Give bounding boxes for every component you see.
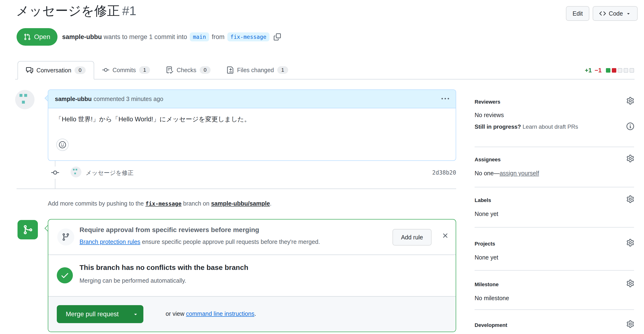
header-actions: Edit Code — [566, 6, 638, 21]
cli-instructions-text: or view command line instructions. — [166, 310, 256, 317]
draft-question: Still in progress? — [474, 124, 523, 130]
copy-branch-button[interactable] — [274, 33, 281, 40]
pr-meta-row: Open sample-ubbu wants to merge 1 commit… — [16, 28, 281, 46]
command-line-instructions-link[interactable]: command line instructions — [186, 310, 254, 317]
pr-title-text: メッセージを修正 — [16, 4, 120, 18]
reviewers-gear-button[interactable] — [626, 97, 634, 104]
commit-avatar[interactable] — [70, 166, 82, 178]
status-badge: Open — [16, 28, 58, 46]
branch-protection-rules-link[interactable]: Branch protection rules — [80, 238, 140, 245]
gear-icon — [626, 320, 634, 328]
mergeability-title: This branch has no conflicts with the ba… — [80, 264, 248, 272]
pr-author[interactable]: sample-ubbu — [62, 33, 102, 41]
projects-empty: None yet — [474, 254, 498, 261]
tab-label: Files changed — [237, 67, 274, 74]
diffstat-block-addition — [606, 68, 610, 72]
tab-checks[interactable]: Checks 0 — [158, 61, 218, 79]
code-button-label: Code — [609, 10, 623, 17]
tab-files-changed[interactable]: Files changed 1 — [218, 61, 296, 79]
dismiss-protection-button[interactable] — [442, 232, 449, 240]
commit-message-link[interactable]: メッセージを修正 — [86, 169, 134, 177]
labels-title: Labels — [474, 197, 491, 204]
comment-meta: commented 3 minutes ago — [94, 96, 164, 102]
merge-pull-request-button[interactable]: Merge pull request — [57, 305, 128, 323]
gear-icon — [626, 97, 634, 104]
git-commit-icon — [51, 169, 59, 177]
push-note-prefix: Add more commits by pushing to the — [48, 200, 146, 207]
tab-commits[interactable]: Commits 1 — [94, 61, 158, 79]
commit-sha-link[interactable]: 2d38b20 — [432, 169, 456, 176]
projects-gear-button[interactable] — [626, 239, 634, 246]
comment-text: 「Hello 世界!」から「Hello World!」にメッセージを変更しました… — [55, 115, 448, 124]
cli-or-view: or view — [166, 310, 186, 317]
comment-author[interactable]: sample-ubbu — [55, 96, 92, 102]
labels-gear-button[interactable] — [626, 196, 634, 203]
branch-icon-circle — [57, 228, 74, 246]
protection-description-text: ensure specific people approve pull requ… — [140, 238, 320, 245]
commit-timeline-marker — [50, 166, 60, 179]
assign-yourself-link[interactable]: assign yourself — [500, 170, 539, 176]
branch-protection-row: Require approval from specific reviewers… — [48, 220, 456, 255]
base-branch-label[interactable]: main — [190, 32, 209, 42]
draft-pr-row: Still in progress? Learn about draft PRs — [474, 124, 578, 130]
diffstat-block-deletion — [612, 68, 616, 72]
milestone-gear-button[interactable] — [626, 280, 634, 287]
development-gear-button[interactable] — [626, 320, 634, 328]
gear-icon — [626, 155, 634, 162]
mergeability-row: This branch has no conflicts with the ba… — [48, 255, 456, 297]
chevron-down-icon — [626, 11, 631, 16]
identicon-image — [70, 166, 82, 178]
merge-options-button[interactable] — [128, 305, 143, 323]
push-note-suffix: . — [270, 200, 272, 207]
add-rule-button[interactable]: Add rule — [392, 229, 432, 246]
sidebar-divider — [474, 310, 634, 310]
sidebar-divider — [474, 187, 634, 187]
close-icon — [442, 232, 449, 240]
pr-meta-text: sample-ubbu wants to merge 1 commit into… — [62, 32, 281, 42]
info-icon — [626, 122, 634, 130]
diffstat-additions: +1 — [585, 67, 592, 74]
tab-conversation[interactable]: Conversation 0 — [18, 61, 94, 80]
assignees-empty: No one—assign yourself — [474, 170, 539, 177]
protection-title: Require approval from specific reviewers… — [80, 226, 259, 234]
triangle-down-icon — [133, 311, 138, 317]
push-note: Add more commits by pushing to the fix-m… — [48, 200, 272, 207]
tab-counter: 1 — [139, 66, 150, 74]
check-circle — [57, 267, 73, 284]
comment-body: 「Hello 世界!」から「Hello World!」にメッセージを変更しました… — [48, 108, 456, 130]
labels-empty: None yet — [474, 210, 498, 218]
push-note-repo: sample-ubbu/sample — [211, 200, 270, 207]
comment-options-button[interactable] — [442, 95, 449, 103]
learn-draft-prs-link[interactable]: Learn about draft PRs — [523, 124, 578, 130]
diffstat-block-neutral — [630, 68, 634, 72]
pr-meta-from: from — [210, 33, 226, 41]
merge-status-icon — [18, 220, 38, 240]
push-note-middle: branch on — [182, 200, 211, 207]
diffstat-block-neutral — [624, 68, 628, 72]
edit-button[interactable]: Edit — [566, 6, 589, 21]
head-branch-label[interactable]: fix-message — [227, 32, 270, 42]
git-commit-icon — [102, 66, 109, 74]
tab-label: Commits — [112, 67, 136, 74]
diffstat: +1 −1 — [585, 67, 634, 74]
add-reaction-button[interactable] — [56, 138, 68, 151]
diffstat-block-neutral — [618, 68, 622, 72]
avatar[interactable] — [15, 90, 34, 109]
edit-button-label: Edit — [572, 10, 583, 17]
pr-meta-action: wants to merge 1 commit into — [102, 33, 189, 41]
gear-icon — [626, 239, 634, 246]
identicon-image — [15, 90, 34, 109]
code-button[interactable]: Code — [593, 6, 638, 21]
merge-button-label: Merge pull request — [66, 310, 119, 318]
diffstat-deletions: −1 — [594, 67, 602, 74]
tab-label: Checks — [176, 67, 196, 74]
development-title: Development — [474, 322, 507, 328]
draft-info-button[interactable] — [626, 122, 634, 130]
merge-actions-row: Merge pull request or view command line … — [48, 297, 456, 332]
assignees-gear-button[interactable] — [626, 155, 634, 162]
tab-label: Conversation — [36, 67, 71, 74]
copy-icon — [274, 33, 281, 40]
comment-discussion-icon — [26, 67, 33, 74]
git-merge-icon — [22, 224, 33, 235]
push-note-branch: fix-message — [146, 200, 182, 207]
